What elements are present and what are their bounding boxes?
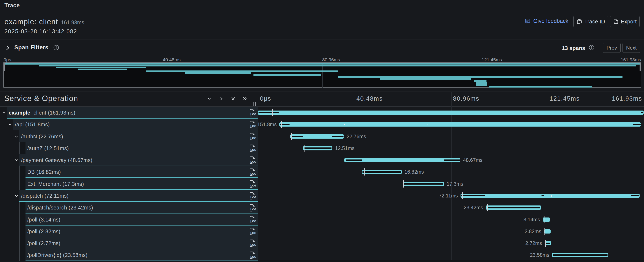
svg-text:LOG: LOG <box>250 220 256 222</box>
svg-text:LOG: LOG <box>250 255 256 258</box>
svg-text:LOG: LOG <box>250 136 256 140</box>
svg-text:LOG: LOG <box>250 160 256 163</box>
svg-text:LOG: LOG <box>250 148 256 151</box>
svg-text:LOG: LOG <box>250 172 256 175</box>
svg-text:LOG: LOG <box>250 184 256 187</box>
svg-text:LOG: LOG <box>250 196 256 199</box>
svg-text:LOG: LOG <box>250 208 256 211</box>
svg-text:LOG: LOG <box>250 231 256 234</box>
svg-text:LOG: LOG <box>250 243 256 246</box>
svg-text:LOG: LOG <box>250 112 256 116</box>
